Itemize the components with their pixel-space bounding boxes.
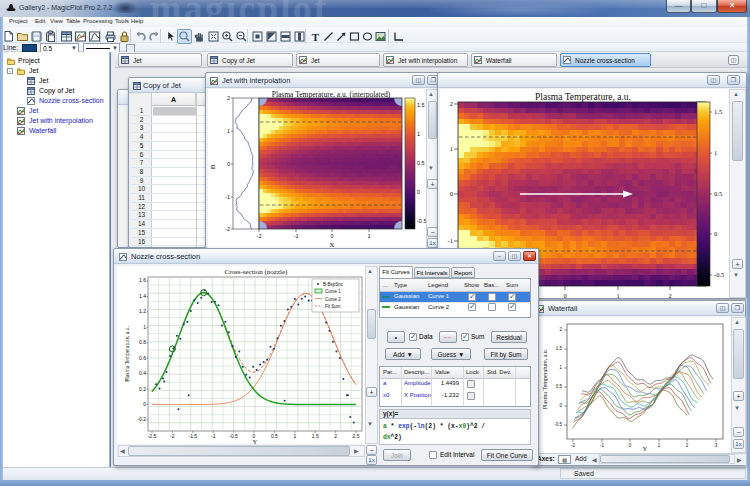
- svg-text:1.5: 1.5: [312, 433, 319, 439]
- svg-text:Y: Y: [253, 439, 258, 444]
- svg-text:T: T: [312, 31, 320, 43]
- svg-text:1.5: 1.5: [714, 108, 722, 115]
- svg-text:Plasma Temperature, a.u.: Plasma Temperature, a.u.: [542, 348, 548, 409]
- svg-text:2: 2: [450, 100, 453, 107]
- svg-text:0.6: 0.6: [139, 355, 146, 361]
- svg-text:-0.5: -0.5: [417, 218, 426, 224]
- svg-text:2: 2: [334, 433, 337, 439]
- svg-text:2.5: 2.5: [353, 433, 360, 439]
- svg-text:1: 1: [417, 131, 420, 137]
- svg-text:0: 0: [417, 189, 420, 195]
- svg-text:0: 0: [227, 161, 230, 167]
- svg-text:1: 1: [616, 292, 619, 298]
- svg-text:-0.5: -0.5: [554, 422, 562, 427]
- svg-text:1.5: 1.5: [556, 346, 563, 351]
- svg-text:1: 1: [658, 443, 661, 448]
- svg-text:0.8: 0.8: [139, 339, 146, 345]
- svg-text:0.4: 0.4: [139, 370, 146, 376]
- svg-text:B: B: [209, 164, 217, 169]
- svg-text:0: 0: [450, 190, 453, 197]
- svg-text:1.6: 1.6: [139, 277, 146, 283]
- svg-text:0.5: 0.5: [714, 190, 722, 197]
- svg-text:1.4: 1.4: [139, 293, 146, 299]
- svg-text:-0.5: -0.5: [714, 271, 724, 278]
- svg-text:0: 0: [330, 233, 333, 239]
- svg-text:Plasma Temperature, a.u.: Plasma Temperature, a.u.: [535, 92, 631, 102]
- svg-text:0.5: 0.5: [556, 384, 563, 389]
- svg-text:-2: -2: [257, 233, 262, 239]
- svg-text:1: 1: [559, 365, 562, 370]
- svg-text:-0.2: -0.2: [137, 416, 146, 422]
- svg-text:-1: -1: [448, 237, 453, 244]
- svg-text:Cross-section (nozzle): Cross-section (nozzle): [225, 268, 288, 276]
- svg-text:-0.5: -0.5: [229, 433, 238, 439]
- svg-text:1: 1: [293, 433, 296, 439]
- svg-text:-2: -2: [571, 443, 575, 448]
- svg-text:0: 0: [563, 292, 566, 298]
- svg-text:1.2: 1.2: [139, 308, 146, 314]
- svg-text:-2: -2: [225, 226, 230, 232]
- svg-text:-2.5: -2.5: [148, 433, 157, 439]
- svg-text:2: 2: [686, 443, 689, 448]
- svg-text:3: 3: [715, 443, 718, 448]
- svg-text:0.5: 0.5: [271, 433, 278, 439]
- svg-text:1: 1: [714, 149, 717, 156]
- svg-text:1.5: 1.5: [417, 102, 425, 108]
- svg-text:2: 2: [559, 327, 562, 332]
- svg-text:B-BspSnc: B-BspSnc: [323, 282, 344, 287]
- svg-text:Plasma Temperature, a.u.: Plasma Temperature, a.u.: [124, 326, 130, 382]
- svg-text:2: 2: [227, 95, 230, 101]
- svg-text:X: X: [329, 241, 334, 248]
- svg-text:Fit Sum: Fit Sum: [325, 304, 341, 309]
- svg-text:0.5: 0.5: [417, 160, 425, 166]
- svg-text:1: 1: [450, 145, 453, 152]
- svg-text:0: 0: [629, 443, 632, 448]
- svg-text:Y: Y: [643, 446, 648, 452]
- svg-text:0: 0: [714, 230, 717, 237]
- svg-text:-1: -1: [294, 233, 299, 239]
- svg-text:0.2: 0.2: [139, 386, 146, 392]
- svg-text:0: 0: [143, 401, 146, 407]
- svg-text:Curve 2: Curve 2: [325, 297, 341, 302]
- svg-text:-1: -1: [600, 443, 604, 448]
- svg-text:Curve 1: Curve 1: [325, 289, 341, 294]
- svg-text:1: 1: [227, 128, 230, 134]
- svg-text:0: 0: [559, 403, 562, 408]
- svg-text:-1: -1: [211, 433, 216, 439]
- svg-text:1: 1: [367, 233, 370, 239]
- svg-text:-1.5: -1.5: [188, 433, 197, 439]
- svg-text:-2: -2: [170, 433, 175, 439]
- svg-text:-1: -1: [225, 194, 230, 200]
- svg-text:2: 2: [668, 292, 671, 298]
- svg-text:1: 1: [143, 324, 146, 330]
